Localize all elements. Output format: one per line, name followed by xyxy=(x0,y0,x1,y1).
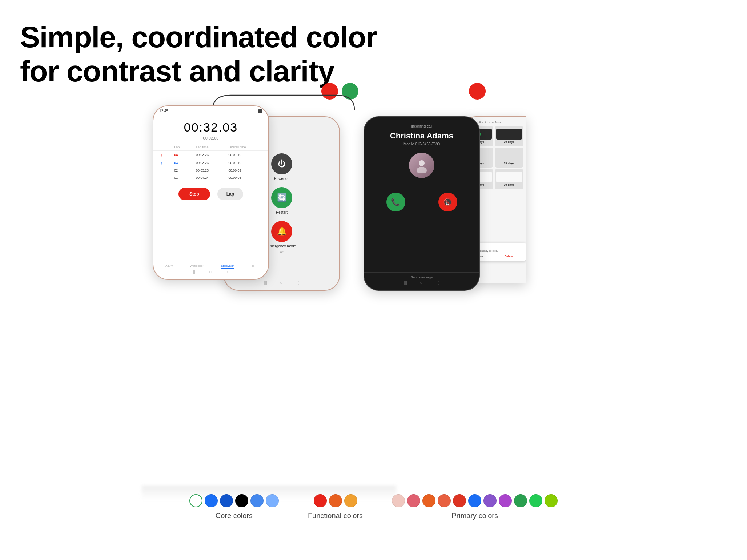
restart-icon: 🔄 xyxy=(271,187,292,208)
swatch-black xyxy=(235,494,248,507)
emergency-icon: 🔔 xyxy=(271,221,292,242)
stopwatch-buttons: Stop Lap xyxy=(153,188,268,200)
swatch-pink xyxy=(407,494,420,507)
stopwatch-tab-bar: Alarm Worldclock Stopwatch Ti... xyxy=(153,264,268,269)
swatch-green-2 xyxy=(529,494,542,507)
table-row: 01 00:04.24 00:00.05 xyxy=(153,174,268,181)
restart-label: Restart xyxy=(276,210,288,214)
swatch-orange-2 xyxy=(422,494,435,507)
phone-stopwatch: 12:45 ⬛ 00:32.03 00:02.00 Lap Lap time O… xyxy=(153,105,269,280)
functional-colors-row xyxy=(314,494,357,507)
lap-button[interactable]: Lap xyxy=(217,188,243,200)
delete-option[interactable]: Delete xyxy=(505,255,513,258)
power-off-label: Power off xyxy=(274,177,289,181)
stopwatch-timer: 00:32.03 xyxy=(153,116,268,136)
thumbnail-cell: 29 days xyxy=(495,126,523,146)
swatch-purple-1 xyxy=(483,494,497,507)
table-row: 02 00:03.23 00:00.09 xyxy=(153,167,268,174)
red-dot-indicator-2 xyxy=(469,83,486,100)
call-action-buttons: 📞 📵 xyxy=(370,193,474,211)
primary-colors-label: Primary colors xyxy=(451,512,498,520)
decline-call-button[interactable]: 📵 xyxy=(438,193,457,211)
swatch-white-outline xyxy=(189,494,202,507)
power-icon: ⏻ xyxy=(271,153,292,174)
svg-point-0 xyxy=(419,160,425,166)
power-menu-nav: ||| ○ 〈 xyxy=(224,280,339,286)
down-arrow-icon: ↓ xyxy=(161,153,174,157)
swatch-orange xyxy=(329,494,342,507)
caller-name: Christina Adams xyxy=(370,131,474,141)
caller-avatar xyxy=(409,153,434,178)
svg-point-1 xyxy=(417,167,427,173)
incoming-call-screen: Incoming call Christina Adams Mobile 012… xyxy=(364,117,479,290)
primary-colors-group: Primary colors xyxy=(392,494,558,520)
core-colors-label: Core colors xyxy=(216,512,253,520)
swatch-blue-1 xyxy=(205,494,218,507)
lap-table-header: Lap Lap time Overall time xyxy=(153,144,268,151)
emergency-sublabel: off xyxy=(280,250,284,254)
stop-button[interactable]: Stop xyxy=(178,188,210,200)
primary-colors-row xyxy=(392,494,558,507)
page-title: Simple, coordinated color for contrast a… xyxy=(20,20,377,89)
swatch-blue-4 xyxy=(266,494,279,507)
swatch-green-1 xyxy=(514,494,527,507)
stopwatch-sub-timer: 00:02.00 xyxy=(153,136,268,140)
caller-number: Mobile 012-3456-7890 xyxy=(370,142,474,146)
swatch-yellow-orange xyxy=(344,494,357,507)
up-arrow-icon: ↑ xyxy=(161,161,174,165)
phone-incoming-call: Incoming call Christina Adams Mobile 012… xyxy=(364,116,480,291)
accept-call-button[interactable]: 📞 xyxy=(386,193,405,211)
emergency-item: 🔔 Emergency mode off xyxy=(268,221,296,254)
incoming-call-label: Incoming call xyxy=(370,124,474,128)
swatch-light-pink xyxy=(392,494,405,507)
status-bar: 12:45 ⬛ xyxy=(153,106,268,116)
power-off-item: ⏻ Power off xyxy=(271,153,292,181)
core-colors-group: Core colors xyxy=(189,494,279,520)
swatch-blue-2 xyxy=(220,494,233,507)
incoming-call-nav: ||| ○ 〈 xyxy=(364,280,479,286)
thumbnail-cell: 29 days xyxy=(495,148,523,168)
swatch-purple-2 xyxy=(499,494,512,507)
emergency-label: Emergency mode xyxy=(268,244,296,248)
swatch-yellow-green xyxy=(545,494,558,507)
table-row: ↓ 04 00:03.23 00:01.10 xyxy=(153,151,268,159)
restart-item: 🔄 Restart xyxy=(271,187,292,214)
functional-colors-label: Functional colors xyxy=(308,512,363,520)
swatch-blue-5 xyxy=(468,494,481,507)
color-swatches-section: Core colors Functional colors Primary co… xyxy=(0,494,747,520)
functional-colors-group: Functional colors xyxy=(308,494,363,520)
swatch-blue-3 xyxy=(250,494,264,507)
stopwatch-screen: 12:45 ⬛ 00:32.03 00:02.00 Lap Lap time O… xyxy=(153,106,268,279)
swatch-red-2 xyxy=(453,494,466,507)
stopwatch-nav-bar: ||| ○ 〈 xyxy=(153,269,268,275)
thumbnail-cell: 29 days xyxy=(495,169,523,189)
swatch-red xyxy=(314,494,327,507)
table-row: ↑ 03 00:03.23 00:01.10 xyxy=(153,159,268,167)
send-message-bar: Send message xyxy=(364,272,479,279)
core-colors-row xyxy=(189,494,279,507)
swatch-orange-red xyxy=(438,494,451,507)
